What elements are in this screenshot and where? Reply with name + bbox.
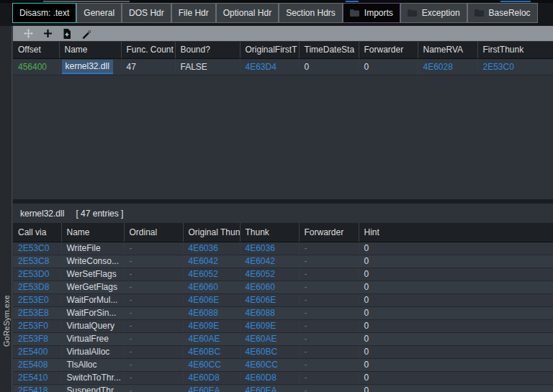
cell-call-via[interactable]: 2E53C8 — [13, 255, 61, 268]
cell-call-via[interactable]: 2E53E0 — [13, 293, 61, 306]
cell-hint[interactable]: 0 — [359, 345, 553, 358]
cell-original-thunk[interactable]: 4E60CC — [183, 358, 240, 371]
cell-call-via[interactable]: 2E5400 — [13, 345, 61, 358]
cell-forwarder[interactable]: - — [299, 371, 359, 384]
cell-ordinal[interactable]: - — [124, 255, 183, 268]
column-header[interactable]: Thunk — [240, 223, 299, 242]
cell-forwarder[interactable]: - — [299, 358, 359, 371]
cell-hint[interactable]: 0 — [359, 293, 553, 306]
cell-ordinal[interactable]: - — [124, 332, 183, 345]
cell-thunk[interactable]: 4E60AE — [240, 332, 299, 345]
cell-forwarder[interactable]: - — [299, 255, 359, 268]
table-row[interactable]: 2E5400VirtualAlloc-4E60BC4E60BC-0 — [13, 345, 553, 358]
column-header[interactable]: OriginalFirstT — [240, 42, 299, 58]
table-row[interactable]: 2E53E0WaitForMul...-4E606E4E606E-0 — [13, 293, 553, 306]
table-row[interactable]: 2E53F0VirtualQuery-4E609E4E609E-0 — [13, 319, 553, 332]
cell-ordinal[interactable]: - — [124, 384, 183, 392]
cell-thunk[interactable]: 4E60BC — [240, 345, 299, 358]
column-header[interactable]: TimeDateSta — [299, 42, 359, 58]
tab-general[interactable]: General — [76, 3, 122, 23]
cell-hint[interactable]: 0 — [359, 268, 553, 281]
cell-function-name[interactable]: WriteConso... — [61, 255, 124, 268]
cell-hint[interactable]: 0 — [359, 242, 553, 255]
cell-hint[interactable]: 0 — [359, 281, 553, 293]
cell-ordinal[interactable]: - — [124, 306, 183, 319]
cell-hint[interactable]: 0 — [359, 332, 553, 345]
magic-wand-icon[interactable] — [81, 29, 91, 39]
cell-function-name[interactable]: VirtualAlloc — [61, 345, 124, 358]
table-row[interactable]: 2E5418SuspendThr...-4E60EA4E60EA-0 — [13, 384, 553, 392]
cell-hint[interactable]: 0 — [359, 306, 553, 319]
move-icon[interactable] — [23, 29, 33, 39]
cell-forwarder[interactable]: - — [299, 268, 359, 281]
cell-func-count[interactable]: 47 — [121, 58, 175, 75]
cell-forwarder[interactable]: - — [299, 332, 359, 345]
cell-original-thunk[interactable]: 4E60EA — [183, 384, 240, 392]
cell-call-via[interactable]: 2E53F8 — [13, 332, 61, 345]
cell-thunk[interactable]: 4E609E — [240, 319, 299, 332]
cell-thunk[interactable]: 4E6052 — [240, 268, 299, 281]
column-header[interactable]: Original Thun — [183, 223, 240, 242]
cell-function-name[interactable]: WriteFile — [61, 242, 124, 255]
cell-hint[interactable]: 0 — [359, 358, 553, 371]
cell-forwarder[interactable]: - — [299, 281, 359, 293]
cell-original-thunk[interactable]: 4E6036 — [183, 242, 240, 255]
cell-ordinal[interactable]: - — [124, 345, 183, 358]
column-header[interactable]: Ordinal — [124, 223, 183, 242]
cell-original-thunk[interactable]: 4E6060 — [183, 281, 240, 293]
selected-cell[interactable]: kernel32.dll — [62, 60, 113, 74]
column-header[interactable]: Hint — [359, 223, 553, 242]
cell-function-name[interactable]: WerGetFlags — [61, 281, 124, 293]
cell-function-name[interactable]: SwitchToThr... — [61, 371, 124, 384]
cell-forwarder[interactable]: 0 — [359, 58, 418, 75]
cell-ordinal[interactable]: - — [124, 293, 183, 306]
table-row[interactable]: 2E53F8VirtualFree-4E60AE4E60AE-0 — [13, 332, 553, 345]
column-header[interactable]: NameRVA — [418, 42, 477, 58]
column-header[interactable]: Bound? — [175, 42, 240, 58]
cell-hint[interactable]: 0 — [359, 319, 553, 332]
cell-forwarder[interactable]: - — [299, 384, 359, 392]
cell-call-via[interactable]: 2E5408 — [13, 358, 61, 371]
table-row[interactable]: 2E5410SwitchToThr...-4E60D84E60D8-0 — [13, 371, 553, 384]
cell-offset[interactable]: 456400 — [13, 58, 59, 75]
cell-original-thunk[interactable]: 4E60AE — [183, 332, 240, 345]
column-header[interactable]: Forwarder — [359, 42, 418, 58]
cell-call-via[interactable]: 2E53C0 — [13, 242, 61, 255]
cell-first-thunk[interactable]: 2E53C0 — [477, 58, 553, 75]
tab-file-hdr[interactable]: File Hdr — [171, 3, 216, 23]
column-header[interactable]: Name — [59, 42, 121, 58]
cell-function-name[interactable]: WaitForSin... — [61, 306, 124, 319]
table-row[interactable]: 2E53E8WaitForSin...-4E60884E6088-0 — [13, 306, 553, 319]
cell-original-first-thunk[interactable]: 4E63D4 — [240, 58, 299, 75]
cell-original-thunk[interactable]: 4E6052 — [183, 268, 240, 281]
cell-thunk[interactable]: 4E60EA — [240, 384, 299, 392]
table-row[interactable]: 2E53C0WriteFile-4E60364E6036-0 — [13, 242, 553, 255]
cell-hint[interactable]: 0 — [359, 371, 553, 384]
tab-optional-hdr[interactable]: Optional Hdr — [216, 3, 279, 23]
cell-call-via[interactable]: 2E5410 — [13, 371, 61, 384]
cell-time-date-stamp[interactable]: 0 — [299, 58, 359, 75]
cell-call-via[interactable]: 2E53D8 — [13, 281, 61, 293]
cell-original-thunk[interactable]: 4E609E — [183, 319, 240, 332]
cell-ordinal[interactable]: - — [124, 281, 183, 293]
cell-forwarder[interactable]: - — [299, 293, 359, 306]
cell-dll-name[interactable]: kernel32.dll — [59, 58, 121, 75]
cell-original-thunk[interactable]: 4E60BC — [183, 345, 240, 358]
table-row[interactable]: 2E5408TlsAlloc-4E60CC4E60CC-0 — [13, 358, 553, 371]
cell-ordinal[interactable]: - — [124, 242, 183, 255]
cell-bound[interactable]: FALSE — [175, 58, 240, 75]
cell-thunk[interactable]: 4E606E — [240, 293, 299, 306]
cell-call-via[interactable]: 2E53E8 — [13, 306, 61, 319]
cell-original-thunk[interactable]: 4E60D8 — [183, 371, 240, 384]
cell-function-name[interactable]: VirtualQuery — [61, 319, 124, 332]
column-header[interactable]: Offset — [13, 42, 59, 58]
tab-disasm-text[interactable]: Disasm: .text — [12, 3, 76, 23]
cell-function-name[interactable]: SuspendThr... — [61, 384, 124, 392]
cell-original-thunk[interactable]: 4E606E — [183, 293, 240, 306]
cell-thunk[interactable]: 4E6036 — [240, 242, 299, 255]
cell-call-via[interactable]: 2E53D0 — [13, 268, 61, 281]
cell-thunk[interactable]: 4E6060 — [240, 281, 299, 293]
cell-function-name[interactable]: TlsAlloc — [61, 358, 124, 371]
column-header[interactable]: Call via — [13, 223, 61, 242]
cell-function-name[interactable]: WerSetFlags — [61, 268, 124, 281]
